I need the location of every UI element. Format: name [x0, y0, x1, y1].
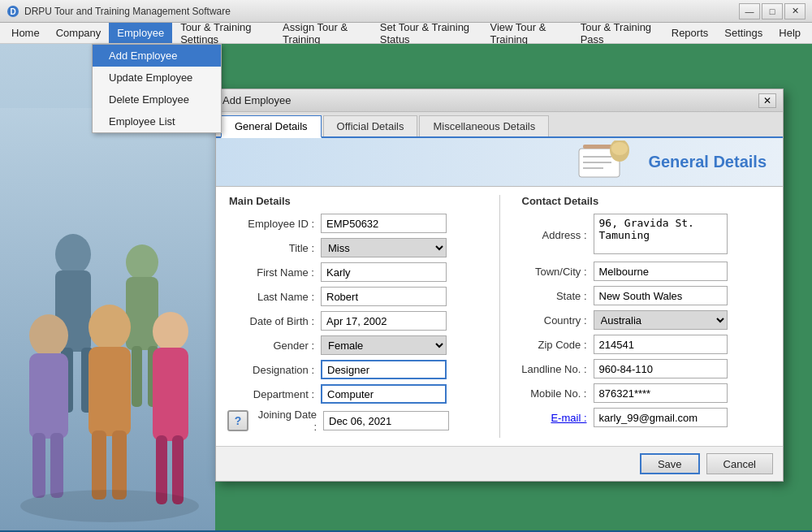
contact-details-title: Contact Details	[520, 195, 772, 207]
country-select[interactable]: Australia USA UK India	[594, 310, 728, 330]
email-input[interactable]	[594, 408, 728, 427]
close-button[interactable]: ✕	[784, 3, 806, 19]
zip-label: Zip Code :	[520, 339, 594, 351]
dob-label: Date of Birth :	[227, 315, 321, 327]
dialog-header: General Details	[216, 138, 783, 187]
first-name-input[interactable]	[321, 262, 447, 282]
menu-company[interactable]: Company	[48, 23, 110, 43]
menu-view-tour[interactable]: View Tour & Training	[482, 23, 572, 43]
menu-employee[interactable]: Employee	[109, 23, 172, 43]
dropdown-update-employee[interactable]: Update Employee	[93, 67, 221, 89]
menu-reports[interactable]: Reports	[663, 23, 717, 43]
title-label: Title :	[227, 242, 321, 254]
dob-row: Date of Birth :	[227, 311, 479, 331]
cancel-button[interactable]: Cancel	[706, 453, 773, 474]
joining-date-input[interactable]	[323, 411, 449, 430]
form-area: Main Details Employee ID : Title : Miss …	[216, 187, 783, 446]
maximize-button[interactable]: □	[762, 3, 783, 19]
window-controls: — □ ✕	[739, 3, 806, 19]
tab-official-details[interactable]: Official Details	[323, 115, 418, 136]
dialog-content: General Details Main Details Employee ID…	[216, 138, 783, 481]
dropdown-employee-list[interactable]: Employee List	[93, 110, 221, 132]
department-label: Department :	[227, 388, 321, 400]
mobile-input[interactable]	[594, 383, 728, 403]
title-row: Title : Miss Mr Mrs Dr	[227, 238, 479, 257]
town-row: Town/City :	[520, 262, 772, 281]
dropdown-delete-employee[interactable]: Delete Employee	[93, 89, 221, 110]
address-row: Address : 96, Gravida St. Tamuning	[520, 214, 772, 257]
svg-rect-12	[29, 353, 68, 439]
employee-id-label: Employee ID :	[227, 218, 321, 230]
dialog-title: Add Employee	[222, 94, 292, 106]
landline-input[interactable]	[594, 359, 728, 378]
svg-rect-22	[172, 435, 184, 504]
last-name-input[interactable]	[321, 287, 447, 306]
svg-point-23	[20, 490, 199, 522]
gender-select[interactable]: Female Male Other	[321, 335, 447, 355]
menu-bar: Home Company Employee Tour & Training Se…	[0, 23, 812, 44]
svg-rect-13	[32, 433, 45, 498]
department-input[interactable]	[321, 384, 447, 404]
svg-point-19	[153, 312, 188, 351]
dropdown-add-employee[interactable]: Add Employee	[93, 45, 221, 67]
main-details-section: Main Details Employee ID : Title : Miss …	[227, 195, 479, 438]
menu-tour-settings[interactable]: Tour & Training Settings	[172, 23, 274, 43]
dob-input[interactable]	[321, 311, 447, 331]
tab-general-details[interactable]: General Details	[221, 115, 322, 138]
svg-point-3	[55, 234, 91, 275]
designation-input[interactable]	[321, 360, 447, 379]
last-name-row: Last Name :	[227, 287, 479, 306]
employee-id-input[interactable]	[321, 214, 447, 233]
state-input[interactable]	[594, 286, 728, 305]
header-icon	[575, 141, 632, 184]
tab-miscellaneous-details[interactable]: Miscellaneous Details	[419, 115, 549, 136]
menu-tour-pass[interactable]: Tour & Training Pass	[572, 23, 663, 43]
help-button[interactable]: ?	[227, 410, 248, 431]
title-bar: D DRPU Tour and Training Management Soft…	[0, 0, 812, 23]
email-label[interactable]: E-mail :	[520, 412, 594, 424]
title-select[interactable]: Miss Mr Mrs Dr	[321, 238, 447, 257]
svg-point-11	[29, 314, 68, 357]
svg-rect-14	[50, 433, 63, 498]
state-label: State :	[520, 290, 594, 302]
joining-date-label: Joining Date :	[253, 409, 323, 433]
address-label: Address :	[520, 229, 594, 241]
menu-help[interactable]: Help	[771, 23, 809, 43]
svg-rect-17	[92, 430, 106, 500]
state-row: State :	[520, 286, 772, 305]
zip-row: Zip Code :	[520, 335, 772, 354]
town-label: Town/City :	[520, 266, 594, 278]
town-input[interactable]	[594, 262, 728, 281]
svg-rect-8	[126, 277, 158, 350]
first-name-row: First Name :	[227, 262, 479, 282]
svg-point-15	[89, 305, 131, 350]
designation-label: Designation :	[227, 364, 321, 376]
gender-row: Gender : Female Male Other	[227, 335, 479, 355]
email-row: E-mail :	[520, 408, 772, 427]
svg-point-7	[126, 244, 158, 280]
minimize-button[interactable]: —	[739, 3, 760, 19]
mobile-label: Mobile No. :	[520, 387, 594, 400]
save-button[interactable]: Save	[640, 453, 700, 474]
last-name-label: Last Name :	[227, 291, 321, 303]
svg-rect-16	[89, 347, 131, 436]
address-input[interactable]: 96, Gravida St. Tamuning	[594, 214, 728, 254]
app-icon: D	[6, 5, 19, 18]
first-name-label: First Name :	[227, 266, 321, 279]
landline-label: Landline No. :	[520, 363, 594, 375]
contact-details-section: Contact Details Address : 96, Gravida St…	[520, 195, 772, 438]
country-row: Country : Australia USA UK India	[520, 310, 772, 330]
menu-assign[interactable]: Assign Tour & Training	[274, 23, 372, 43]
svg-point-30	[611, 142, 628, 155]
menu-settings[interactable]: Settings	[716, 23, 771, 43]
department-row: Department :	[227, 384, 479, 404]
svg-rect-9	[132, 346, 142, 407]
app-title: DRPU Tour and Training Management Softwa…	[24, 6, 231, 17]
menu-home[interactable]: Home	[3, 23, 48, 43]
dialog-footer: Save Cancel	[216, 446, 783, 481]
svg-rect-18	[112, 430, 127, 500]
gender-label: Gender :	[227, 340, 321, 352]
zip-input[interactable]	[594, 335, 728, 354]
dialog-close-button[interactable]: ✕	[758, 93, 776, 108]
menu-set-status[interactable]: Set Tour & Training Status	[372, 23, 482, 43]
